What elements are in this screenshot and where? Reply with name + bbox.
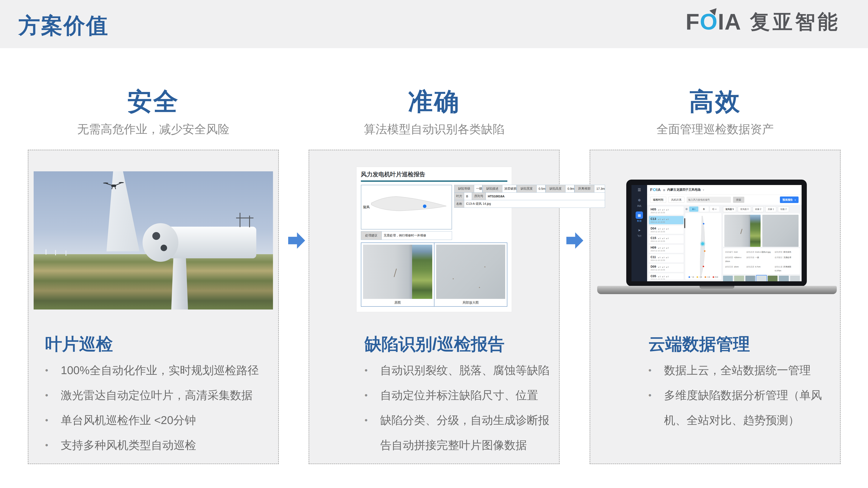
selected-defect-dot[interactable] [701, 242, 704, 245]
photo-thumbnail[interactable] [790, 276, 800, 281]
photo-thumbnail[interactable] [734, 276, 744, 281]
photo-farmland [34, 254, 273, 310]
laptop-screen: ☰ ✲ 风机 ▦ 数据 ➤ 飞行 FOIA ◉ 内蒙古龙源四子王风 [626, 180, 807, 286]
inspection-date: 2024-11-10 15:35 [651, 240, 682, 242]
defect-counts: ▲5 ▲0 ▲0 [658, 218, 669, 220]
blade-surface [436, 245, 505, 299]
wind-farm-name[interactable]: 内蒙古龙源四子王风电场 [667, 188, 701, 192]
menu-icon[interactable]: ☰ [638, 188, 641, 192]
blade-shape [368, 190, 451, 225]
solution-value-slide: 方案价值 FOIA 复亚智能 安全 准确 高效 无需高危作业，减少安全风险 算法… [0, 0, 868, 488]
table-value: B [464, 192, 472, 200]
nav-label: 风机 [637, 204, 642, 207]
vertical-blade-shape [696, 215, 710, 280]
bullet-item: •激光雷达自动定位叶片，高清采集数据 [45, 383, 274, 408]
drone-turbine-photo [34, 171, 273, 310]
turbine-list-item[interactable]: C15 ▲5 ▲0 ▲0 2024-11-10 15:35 [649, 235, 684, 243]
defect-counts: ▲5 ▲0 ▲0 [658, 209, 669, 211]
sidebar-nav-item[interactable]: ▦ 数据 [636, 212, 643, 223]
search-button[interactable]: 搜索 [733, 197, 744, 203]
bullet-text: 缺陷分类、分级，自动生成诊断报告自动拼接完整叶片图像数据 [380, 408, 553, 458]
preview-report-button[interactable]: 预览报告∨ [780, 196, 799, 203]
inspection-date: 2024-11-10 15:35 [651, 231, 682, 233]
turbine-list-item[interactable]: D04 ▲5 ▲0 ▲0 2024-11-10 15:35 [649, 226, 684, 234]
photo-caption: 局部放大图 [436, 299, 505, 306]
app-sidebar: ☰ ✲ 风机 ▦ 数据 ➤ 飞行 [631, 185, 647, 281]
nav-icon: ➤ [636, 226, 643, 234]
legend-item: 二级 [696, 276, 702, 278]
photo-thumbnail[interactable] [756, 276, 766, 281]
table-label: 缺陷宽度 [517, 185, 537, 193]
brand-logo: FOIA 复亚智能 [686, 10, 840, 33]
blade-tab[interactable]: C10 [710, 206, 719, 212]
table-row: 缺陷高度 0.9m [546, 185, 575, 193]
file-name-row: 名称 C13-A-迎风 14.jpg [454, 200, 605, 208]
defect-photo-original[interactable] [724, 215, 761, 247]
photo-thumbnail[interactable] [779, 276, 788, 281]
meta-cell: 处理建议无需处理 [775, 255, 798, 263]
inspection-date: 2024-11-10 15:35 [651, 278, 682, 280]
bullet-dot: • [648, 383, 664, 433]
face-filter-chip[interactable]: 背风面 0 [738, 206, 751, 212]
turbine-list-item[interactable]: H09 ▲5 ▲0 ▲0 2024-11-10 15:35 [649, 245, 684, 253]
column-subtitle-safety: 无需高危作业，减少安全风险 [28, 122, 279, 137]
photo-thumbnail[interactable] [768, 276, 777, 281]
turbine-list-item[interactable]: D09 ▲5 ▲0 ▲0 2024-11-10 15:35 [649, 264, 684, 272]
table-value: C13-A-迎风 14.jpg [464, 200, 605, 208]
blade-tab[interactable]: B [700, 206, 709, 212]
face-filter-chip[interactable]: 前缘 2 [753, 206, 764, 212]
search-input[interactable] [687, 197, 731, 203]
chevron-down-icon: ∨ [795, 199, 796, 201]
laptop-base [597, 286, 837, 294]
chevron-down-icon[interactable]: ∨ [703, 189, 704, 191]
brand-letter-f: F [686, 9, 700, 34]
blade-tabs: ✲ A5BC10 [685, 206, 721, 212]
sort-chip[interactable]: 巡检时间 [650, 197, 666, 203]
turbine-id: C13 [651, 217, 656, 221]
zoomed-photo-cell: 局部放大图 [434, 243, 507, 306]
sidebar-nav-item[interactable]: ✲ 风机 [636, 196, 643, 207]
turbine-list-item[interactable]: H05 ▲5 ▲0 ▲0 2024-11-10 15:35 [649, 206, 684, 215]
advice-row: 处理建议 无需处理，例行维修时一并维修 [361, 231, 452, 240]
photo-thumbnail[interactable] [745, 276, 755, 281]
bullet-dot: • [45, 383, 61, 408]
meta-cell: 缺陷名称C13-A-迎风13.jpg [746, 250, 773, 254]
table-label: 缺陷等级 [454, 185, 474, 193]
sort-chip[interactable]: 风机距离 [669, 197, 684, 203]
table-row: 缺陷等级 一级 [454, 185, 483, 193]
brand-letters-ia: IA [718, 9, 741, 34]
bullet-item: •自动定位并标注缺陷尺寸、位置 [365, 383, 553, 408]
turbine-id: C15 [651, 236, 656, 240]
meta-cell: 缺陷程度<20cm x 20cm [725, 255, 745, 263]
location-pin-icon: ◉ [663, 188, 665, 192]
bullet-item: •支持多种风机类型自动巡检 [45, 433, 274, 458]
column-keyword-efficient: 高效 [590, 85, 841, 119]
turbine-tower [171, 251, 188, 310]
turbine-list-item[interactable]: C11 ▲5 ▲0 ▲0 2024-11-10 15:35 [649, 254, 684, 262]
defect-dot-level4[interactable] [703, 266, 704, 267]
face-filter-chip[interactable]: 迎风面 5 [723, 206, 736, 212]
defect-counts: ▲5 ▲0 ▲0 [658, 275, 669, 278]
sidebar-nav-item[interactable]: ➤ 飞行 [636, 226, 643, 237]
face-filter-chip[interactable]: 后缘 1 [765, 206, 776, 212]
anemometer-mast [240, 213, 241, 227]
inspection-date: 2024-11-10 15:35 [651, 212, 682, 214]
turbine-list-item[interactable]: C13 ▲5 ▲0 ▲0 2024-11-10 15:35 [649, 216, 684, 224]
bullet-item: •缺陷分类、分级，自动生成诊断报告自动拼接完整叶片图像数据 [365, 408, 553, 458]
bullet-text: 数据上云，全站数据统一管理 [664, 358, 827, 383]
landscape-strip [412, 245, 432, 299]
photo-thumbnail[interactable] [723, 276, 733, 281]
bullet-item: •多维度缺陷数据分析管理（单风机、全站对比、趋势预测） [648, 383, 827, 433]
blade-diagram: 迎风 [361, 185, 452, 229]
original-photo-cell: 原图 [361, 243, 434, 306]
bullet-text: 多维度缺陷数据分析管理（单风机、全站对比、趋势预测） [664, 383, 827, 433]
inspection-report: 风力发电机叶片巡检报告 迎风 处理建议 无需处理，例行维修时一并维修 [356, 167, 512, 312]
blade-tab[interactable]: A5 [689, 206, 698, 212]
turbine-list-item[interactable]: C05 ▲5 ▲0 ▲0 2024-11-10 15:35 [649, 273, 684, 280]
face-filter-chip[interactable]: 轮毂 2 [778, 206, 789, 212]
defect-photo-zoomed[interactable] [762, 215, 799, 247]
original-photo [363, 245, 432, 299]
laptop-notch [700, 286, 734, 289]
turbine-id: C05 [651, 274, 656, 278]
table-value: 17.3m [594, 185, 605, 193]
